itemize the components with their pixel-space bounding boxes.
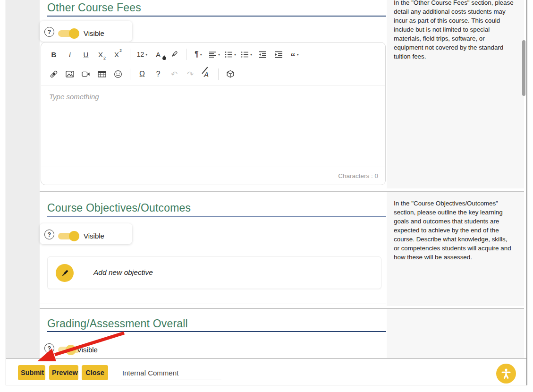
font-color-button[interactable]: A: [152, 47, 165, 61]
visible-toggle-knob-fees[interactable]: [69, 28, 79, 39]
preview-button[interactable]: Preview: [49, 365, 78, 380]
editor-footer: Characters : 0: [41, 167, 385, 185]
highlighter-icon: [170, 50, 178, 59]
pencil-circle: [56, 264, 74, 282]
underline-button[interactable]: U: [79, 47, 93, 61]
link-button[interactable]: [47, 67, 60, 81]
toolbar-divider: [130, 49, 130, 60]
visible-toggle-label: Visible: [84, 29, 104, 37]
image-icon: [66, 70, 74, 78]
section-bottom-line: [40, 304, 386, 304]
emoji-icon: [114, 70, 122, 78]
ordered-list-button[interactable]: ▾: [224, 47, 237, 61]
code-view-button[interactable]: [224, 67, 237, 81]
help-panel-objectives: In the "Course Objectives/Outcomes" sect…: [387, 192, 524, 306]
highlighter-button[interactable]: [168, 47, 181, 61]
ordered-list-icon: [225, 51, 233, 59]
paragraph-style-button[interactable]: ¶▾: [192, 47, 205, 61]
toolbar-row-2: Ω ? ↶ ↷ A: [46, 64, 385, 84]
cube-icon: [226, 70, 235, 78]
ink-drop-icon: [162, 55, 166, 60]
accessibility-icon: [500, 367, 512, 380]
scrollbar-thumb[interactable]: [522, 40, 525, 96]
emoji-button[interactable]: [111, 67, 125, 81]
editor-placeholder: Type something: [49, 93, 99, 101]
toolbar-divider: [130, 68, 130, 80]
help-panel-grading: [387, 309, 524, 358]
chevron-down-icon: ▾: [200, 52, 202, 57]
help-panel-fees: In the "Other Course Fees" section, plea…: [387, 0, 524, 188]
bold-button[interactable]: B: [47, 47, 60, 61]
section-divider: [40, 308, 524, 309]
toolbar-divider: [218, 68, 219, 80]
window-left-border: [6, 0, 6, 385]
section-title-grading: Grading/Assessment Overall: [47, 317, 188, 330]
link-icon: [50, 70, 58, 78]
outdent-button[interactable]: [256, 47, 269, 61]
video-icon: [82, 70, 90, 78]
align-button[interactable]: ▾: [208, 47, 221, 61]
chevron-down-icon: ▾: [234, 52, 236, 57]
chevron-down-icon: ▾: [145, 52, 147, 57]
italic-button[interactable]: i: [63, 47, 76, 61]
help-icon-fees[interactable]: ?: [44, 27, 54, 37]
blockquote-button[interactable]: “▾: [288, 47, 301, 61]
special-character-button[interactable]: Ω: [135, 67, 149, 81]
chevron-down-icon: ▾: [297, 52, 299, 57]
character-count: Characters : 0: [338, 172, 378, 179]
editor-toolbar: B i U X2 X2 12▾ A ¶▾ ▾ ▾: [41, 43, 385, 85]
unordered-list-button[interactable]: ▾: [240, 47, 253, 61]
internal-comment-input[interactable]: [121, 366, 221, 380]
visible-toggle-label: Visible: [84, 232, 104, 240]
editor-help-button[interactable]: ?: [152, 67, 165, 81]
section-title-underline: [47, 216, 386, 217]
section-title-objectives: Course Objectives/Outcomes: [47, 202, 191, 214]
section-title-underline: [47, 16, 386, 17]
section-title-underline: [47, 331, 386, 332]
visible-toggle-knob-objectives[interactable]: [69, 231, 79, 241]
rich-text-editor: B i U X2 X2 12▾ A ¶▾ ▾ ▾: [41, 42, 386, 185]
toolbar-divider: [186, 49, 186, 60]
chevron-down-icon: ▾: [250, 52, 252, 57]
clear-format-button[interactable]: A: [200, 67, 213, 81]
submit-button[interactable]: Submit: [18, 365, 45, 380]
accessibility-button[interactable]: [496, 364, 516, 383]
page-gutter: [6, 0, 40, 358]
footer-action-bar: Submit Preview Close: [6, 358, 526, 385]
visible-toggle-label: Visible: [77, 346, 98, 354]
toolbar-row-1: B i U X2 X2 12▾ A ¶▾ ▾ ▾: [46, 44, 385, 64]
close-button[interactable]: Close: [82, 365, 108, 380]
undo-button[interactable]: ↶: [168, 67, 181, 81]
window-right-border: [526, 0, 527, 385]
pencil-icon: [60, 269, 69, 278]
indent-button[interactable]: [272, 47, 285, 61]
font-size-select[interactable]: 12▾: [135, 47, 149, 61]
help-text-fees: In the "Other Course Fees" section, plea…: [387, 0, 524, 61]
subscript-button[interactable]: X2: [95, 47, 109, 61]
indent-icon: [275, 51, 283, 59]
insert-video-button[interactable]: [79, 67, 93, 81]
help-icon-objectives[interactable]: ?: [44, 230, 54, 239]
superscript-button[interactable]: X2: [111, 47, 125, 61]
table-icon: [98, 70, 106, 78]
insert-table-button[interactable]: [95, 67, 109, 81]
align-icon: [209, 51, 217, 59]
visible-toggle-knob-grading[interactable]: [66, 345, 76, 355]
add-new-objective-button[interactable]: Add new objective: [47, 256, 381, 289]
help-text-objectives: In the "Course Objectives/Outcomes" sect…: [387, 192, 524, 262]
redo-button[interactable]: ↷: [184, 67, 197, 81]
insert-image-button[interactable]: [63, 67, 76, 81]
help-icon-grading[interactable]: ?: [44, 343, 54, 353]
section-title-other-course-fees: Other Course Fees: [47, 1, 141, 14]
outdent-icon: [259, 51, 267, 59]
unordered-list-icon: [241, 51, 249, 59]
chevron-down-icon: ▾: [218, 52, 220, 57]
add-new-objective-label: Add new objective: [93, 268, 153, 277]
